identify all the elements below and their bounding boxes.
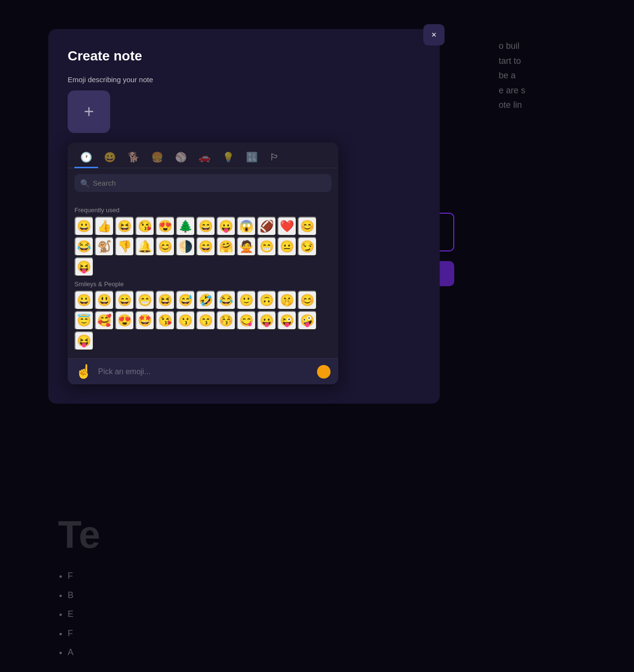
bg-bullet-4: F [68, 624, 100, 643]
emoji-item[interactable]: 😏 [298, 237, 317, 256]
emoji-item[interactable]: 🙃 [257, 291, 276, 310]
emoji-item[interactable]: 😊 [156, 237, 175, 256]
emoji-item[interactable]: 😝 [74, 257, 94, 277]
emoji-item[interactable]: 😗 [176, 311, 195, 330]
smileys-label: Smileys & People [74, 280, 331, 288]
emoji-item[interactable]: 😃 [95, 291, 114, 310]
tab-animals[interactable]: 🐕 [122, 147, 145, 168]
emoji-add-button[interactable]: + [68, 90, 110, 133]
tab-food[interactable]: 🍔 [145, 147, 169, 168]
emoji-item[interactable]: 😆 [115, 217, 134, 236]
tab-smileys[interactable]: 😀 [98, 147, 122, 168]
tab-travel[interactable]: 🚗 [193, 147, 216, 168]
emoji-item[interactable]: 🤗 [216, 237, 236, 256]
bg-bullet-5: A [68, 643, 100, 662]
emoji-item[interactable]: 🙂 [237, 291, 256, 310]
emoji-item[interactable]: 🌲 [176, 217, 195, 236]
emoji-item[interactable]: 🐒 [95, 237, 114, 256]
bg-bullet-list: F B E F A [58, 567, 100, 662]
emoji-item[interactable]: 😁 [257, 237, 276, 256]
emoji-item[interactable]: 😊 [298, 291, 317, 310]
emoji-item[interactable]: 😜 [277, 311, 297, 330]
background-text: o buil tart to be a e are s ote lin [489, 0, 634, 122]
emoji-item[interactable]: 😚 [216, 311, 236, 330]
bg-bullet-1: F [68, 567, 100, 586]
emoji-item[interactable]: 🥰 [95, 311, 114, 330]
emoji-search-input[interactable] [74, 174, 331, 192]
emoji-section-label: Emoji describing your note [68, 75, 420, 84]
emoji-item[interactable]: 😆 [156, 291, 175, 310]
emoji-item[interactable]: 😁 [135, 291, 155, 310]
emoji-item[interactable]: 😀 [74, 291, 94, 310]
emoji-item[interactable]: ❤️ [277, 217, 297, 236]
emoji-item[interactable]: 🤩 [135, 311, 155, 330]
tab-recent[interactable]: 🕐 [74, 147, 98, 168]
emoji-item[interactable]: 😍 [156, 217, 175, 236]
smileys-grid: 😀😃😄😁😆😅🤣😂🙂🙃🤫😊😇🥰😍🤩😘😗😙😚😋😛😜🤪😝 [74, 291, 331, 351]
modal-title: Create note [68, 48, 420, 64]
emoji-picker: 🕐 😀 🐕 🍔 ⚾ 🚗 💡 🔣 🏳 🔍 Frequently used 😀👍😆😘… [68, 143, 338, 384]
emoji-item[interactable]: 👎 [115, 237, 134, 256]
emoji-item[interactable]: 😄 [115, 291, 134, 310]
emoji-item[interactable]: 😀 [74, 217, 94, 236]
emoji-item[interactable]: 🏈 [257, 217, 276, 236]
emoji-item[interactable]: 😙 [196, 311, 216, 330]
tab-flags[interactable]: 🏳 [264, 148, 285, 168]
emoji-item[interactable]: 👍 [95, 217, 114, 236]
emoji-item[interactable]: 😘 [156, 311, 175, 330]
emoji-item[interactable]: 😘 [135, 217, 155, 236]
tab-objects[interactable]: 💡 [216, 147, 240, 168]
emoji-item[interactable]: 😍 [115, 311, 134, 330]
emoji-item[interactable]: 🌗 [176, 237, 195, 256]
emoji-item[interactable]: 😊 [298, 217, 317, 236]
emoji-item[interactable]: 😄 [196, 217, 216, 236]
emoji-footer: ☝️ Pick an emoji... [68, 358, 338, 384]
emoji-item[interactable]: 😐 [277, 237, 297, 256]
frequently-used-label: Frequently used [74, 206, 331, 214]
tab-symbols[interactable]: 🔣 [240, 147, 264, 168]
emoji-item[interactable]: 😂 [216, 291, 236, 310]
footer-placeholder-text: Pick an emoji... [98, 367, 317, 376]
emoji-item[interactable]: 🔔 [135, 237, 155, 256]
bg-bullet-3: E [68, 605, 100, 624]
emoji-item[interactable]: 😂 [74, 237, 94, 256]
background-bottom: Te F B E F A [48, 503, 110, 672]
footer-point-icon: ☝️ [75, 364, 92, 380]
emoji-item[interactable]: 😛 [216, 217, 236, 236]
tab-activities[interactable]: ⚾ [169, 147, 193, 168]
emoji-search-container: 🔍 [68, 168, 338, 198]
emoji-category-tabs: 🕐 😀 🐕 🍔 ⚾ 🚗 💡 🔣 🏳 [68, 143, 338, 168]
emoji-picker-body: Frequently used 😀👍😆😘😍🌲😄😛😱🏈❤️😊😂🐒👎🔔😊🌗😄🤗🙅😁😐… [68, 198, 338, 358]
emoji-item[interactable]: 😝 [74, 331, 94, 351]
bg-bullet-2: B [68, 586, 100, 605]
emoji-item[interactable]: 😄 [196, 237, 216, 256]
modal-close-button[interactable]: × [423, 24, 445, 45]
plus-icon: + [84, 102, 94, 122]
emoji-item[interactable]: 😇 [74, 311, 94, 330]
emoji-item[interactable]: 🤪 [298, 311, 317, 330]
create-note-modal: × Create note Emoji describing your note… [48, 29, 440, 404]
emoji-item[interactable]: 😱 [237, 217, 256, 236]
emoji-item[interactable]: 😛 [257, 311, 276, 330]
emoji-item[interactable]: 🙅 [237, 237, 256, 256]
frequently-used-grid: 😀👍😆😘😍🌲😄😛😱🏈❤️😊😂🐒👎🔔😊🌗😄🤗🙅😁😐😏😝 [74, 217, 331, 277]
emoji-item[interactable]: 🤣 [196, 291, 216, 310]
emoji-item[interactable]: 😅 [176, 291, 195, 310]
bg-bottom-title: Te [58, 512, 100, 557]
emoji-item[interactable]: 😋 [237, 311, 256, 330]
footer-color-dot[interactable] [317, 365, 331, 379]
emoji-item[interactable]: 🤫 [277, 291, 297, 310]
